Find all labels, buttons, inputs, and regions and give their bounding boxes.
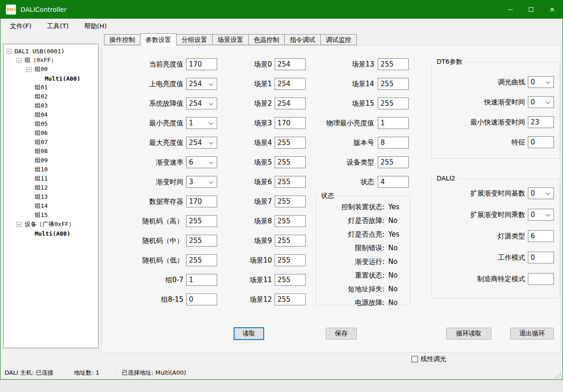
tree-expander-icon[interactable] [26,67,31,72]
tree-item[interactable]: 组08 [4,147,98,156]
menu-item[interactable]: 文件(F) [4,21,38,32]
tree-expander-icon[interactable] [16,222,21,227]
param-input[interactable] [186,254,217,266]
tree-item[interactable]: Multi(A00) [4,229,98,238]
status-list: 控制装置状态: Yes 灯是否故障: No 灯是否点亮: Yes 限制 [316,196,410,309]
param-input[interactable] [528,230,554,242]
param-input[interactable] [378,156,409,168]
tree-item[interactable]: DALI USB(0001) [4,46,98,56]
scene-input[interactable] [275,294,306,305]
scene-label: 场景0 [233,60,272,69]
tree-item[interactable]: 组11 [4,174,98,183]
statusbar-selected-address: 已选择地址: Multi(A00) [122,369,186,377]
scene-input[interactable] [275,58,306,70]
param-input[interactable] [528,116,554,128]
tree-item[interactable]: 组06 [4,129,98,138]
loop-read-button[interactable]: 循环读取 [446,328,491,340]
param-input[interactable] [378,98,409,109]
tree-item[interactable]: 组09 [4,156,98,165]
param-input[interactable] [186,215,217,227]
resize-grip-icon[interactable] [554,371,561,377]
tree-item[interactable]: 组13 [4,192,98,201]
tab[interactable]: 场景设置 [212,34,249,45]
titlebar[interactable]: DALI DALIController ✕ [0,0,563,19]
menu-item[interactable]: 帮助(H) [78,21,113,32]
param-input[interactable] [186,274,217,286]
minimize-button[interactable] [500,0,521,19]
param-input[interactable] [378,78,409,90]
param-input[interactable] [186,196,217,207]
scene-input[interactable] [275,254,306,266]
param-combobox[interactable]: 6 [186,156,217,168]
tab[interactable]: 色温控制 [248,34,285,45]
tree-item[interactable]: 设备（广播0xFF） [4,220,98,229]
param-input[interactable] [528,136,554,148]
param-combobox[interactable]: 0 [528,76,554,88]
param-combobox[interactable]: 254 [186,78,217,90]
scene-input[interactable] [275,117,306,129]
device-tree[interactable]: DALI USB(0001) 组（0xFF） 组00 Multi(A00) 组0… [3,44,99,348]
maximize-button[interactable] [521,0,542,19]
status-value: Yes [388,230,399,238]
param-column-3: 场景13 255 场景14 255 [317,58,409,188]
scene-input[interactable] [275,78,306,90]
save-button[interactable]: 保存 [326,328,357,340]
tab[interactable]: 参数设置 [140,33,177,46]
tab[interactable]: 操作控制 [104,34,141,45]
status-row: 短地址掉失: No [316,282,410,296]
scene-input[interactable] [275,215,306,227]
param-input[interactable] [378,176,409,188]
tree-item[interactable]: 组02 [4,92,98,101]
tree-item[interactable]: 组03 [4,101,98,110]
param-input[interactable] [378,117,409,129]
tab[interactable]: 分组设置 [176,34,213,45]
combobox-value: 254 [189,99,202,108]
param-label: 物理最小亮度值 [317,119,374,128]
tree-item[interactable]: 组12 [4,183,98,192]
param-combobox[interactable]: 0 [528,209,554,221]
param-input[interactable] [528,252,554,263]
read-button[interactable]: 读取 [234,327,264,340]
param-combobox[interactable]: 0 [528,187,554,199]
scene-input[interactable] [275,156,306,168]
scene-input[interactable] [275,196,306,207]
scene-input[interactable] [275,176,306,188]
tree-item[interactable]: 组01 [4,83,98,92]
tree-item[interactable]: 组04 [4,110,98,119]
param-input[interactable] [378,137,409,149]
scene-input[interactable] [275,235,306,247]
tree-item[interactable]: 组（0xFF） [4,56,98,65]
param-combobox[interactable]: 254 [186,98,217,109]
exit-loop-button[interactable]: 退出循环 [510,328,554,340]
tree-item[interactable]: 组07 [4,138,98,147]
tree-expander-icon[interactable] [6,49,11,54]
tree-item[interactable]: 组10 [4,165,98,174]
tree-item[interactable]: 组00 [4,65,98,74]
param-input[interactable] [378,58,409,70]
param-combobox[interactable]: 3 [186,176,217,188]
param-label: 特征 [436,138,525,147]
status-row: 限制错误: No [316,241,410,255]
param-combobox[interactable]: 1 [186,117,217,129]
scene-input[interactable] [275,137,306,149]
tab[interactable]: 指令调试 [284,34,321,45]
tab[interactable]: 调试监控 [320,34,357,45]
tree-item[interactable]: 组14 [4,201,98,211]
statusbar-host-status: DALI 主机: 已连接 [5,369,53,377]
tree-item[interactable]: 组15 [4,211,98,220]
param-combobox[interactable]: 0 [528,96,554,108]
param-input[interactable] [186,235,217,247]
param-combobox[interactable]: 254 [186,137,217,149]
param-input[interactable] [186,294,217,305]
linear-dimming-checkbox[interactable] [412,356,418,362]
tree-expander-icon[interactable] [16,58,21,63]
param-input[interactable] [528,273,554,285]
scene-input[interactable] [275,98,306,109]
param-input[interactable] [186,58,217,70]
tree-item[interactable]: 组05 [4,119,98,129]
param-label: 组8-15 [106,295,183,304]
menu-item[interactable]: 工具(T) [41,21,75,32]
tree-item[interactable]: Multi(A00) [4,74,98,83]
scene-input[interactable] [275,274,306,286]
close-button[interactable]: ✕ [542,0,563,19]
